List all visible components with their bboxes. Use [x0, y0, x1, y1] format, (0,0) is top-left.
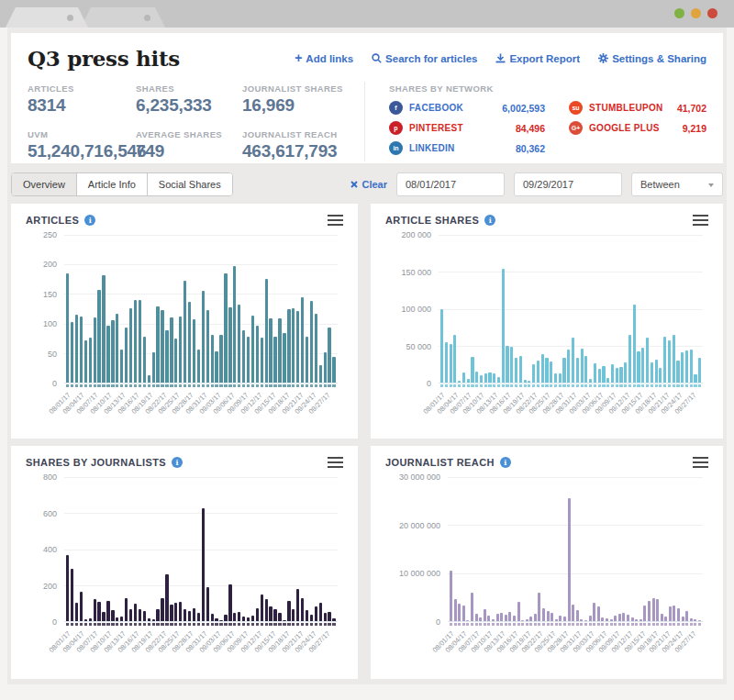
- bar: [466, 620, 469, 621]
- bar: [66, 273, 69, 383]
- bar: [197, 613, 200, 621]
- journalist-reach-chart-panel: JOURNALIST REACH 30 000 00020 000 00010 …: [371, 446, 723, 679]
- date-from-input[interactable]: [396, 172, 505, 196]
- bar: [554, 373, 557, 383]
- bar: [228, 307, 231, 383]
- info-icon[interactable]: [172, 457, 183, 468]
- bar: [624, 362, 627, 383]
- bar: [211, 335, 214, 383]
- bar: [458, 604, 461, 621]
- bar: [598, 369, 601, 383]
- date-to-input[interactable]: [514, 172, 622, 196]
- bar: [102, 612, 105, 621]
- chart-title: JOURNALIST REACH: [385, 457, 495, 468]
- bar: [165, 574, 168, 621]
- close-icon: [350, 179, 358, 190]
- plot-area: [439, 235, 703, 383]
- bar: [652, 598, 655, 621]
- chart-menu-icon[interactable]: [693, 215, 708, 217]
- y-tick-label: 100 000: [401, 305, 431, 314]
- bar: [562, 358, 565, 383]
- bar: [690, 350, 693, 383]
- range-mode-select[interactable]: Between: [631, 172, 723, 196]
- bar: [206, 587, 209, 621]
- bar: [547, 611, 550, 622]
- tab-overview[interactable]: Overview: [12, 173, 77, 195]
- bar: [66, 555, 69, 621]
- y-axis: 200 000150 000100 00050 0000: [385, 235, 431, 383]
- bar: [324, 613, 327, 621]
- chart-menu-icon[interactable]: [693, 457, 708, 460]
- bar: [179, 602, 182, 621]
- bar: [106, 326, 109, 383]
- article-shares-chart-panel: ARTICLE SHARES 200 000150 000100 00050 0…: [371, 204, 723, 439]
- bar: [545, 358, 548, 383]
- info-icon[interactable]: [84, 215, 95, 226]
- bar: [698, 358, 701, 383]
- plus-icon: [295, 53, 302, 64]
- bar: [521, 620, 524, 621]
- bar: [238, 305, 240, 383]
- bar: [471, 593, 473, 621]
- export-report-button[interactable]: Export Report: [495, 53, 580, 64]
- bar: [664, 617, 667, 621]
- bar: [71, 569, 73, 621]
- y-tick-label: 0: [52, 379, 57, 388]
- journalist-reach-bar-chart: 30 000 00020 000 00010 000 0000 08/01/17…: [385, 477, 708, 666]
- bar: [219, 335, 222, 383]
- bar: [622, 613, 625, 621]
- y-tick-label: 50: [48, 350, 57, 359]
- bar: [97, 290, 100, 383]
- bar: [242, 617, 245, 621]
- bar: [542, 608, 545, 621]
- add-links-button[interactable]: Add links: [295, 53, 353, 64]
- bar: [656, 599, 659, 621]
- bar: [111, 610, 114, 621]
- y-tick-label: 0: [436, 617, 440, 627]
- minimize-light[interactable]: [674, 8, 684, 18]
- bar: [106, 601, 109, 621]
- bar: [310, 301, 313, 383]
- browser-tab[interactable]: [6, 7, 88, 28]
- network-row-googleplus: G+ GOOGLE PLUS 9,219: [569, 121, 706, 135]
- bar: [576, 610, 579, 621]
- browser-tab[interactable]: [81, 7, 165, 28]
- tab-article-info[interactable]: Article Info: [77, 173, 148, 195]
- info-icon[interactable]: [484, 215, 495, 226]
- bar: [228, 584, 231, 621]
- bar: [134, 300, 137, 383]
- chart-menu-icon[interactable]: [328, 215, 343, 217]
- bar: [296, 589, 299, 621]
- bar: [453, 335, 456, 383]
- info-icon[interactable]: [500, 457, 511, 468]
- settings-sharing-button[interactable]: Settings & Sharing: [598, 53, 706, 64]
- toolbar: Overview Article Info Social Shares Clea…: [11, 172, 723, 196]
- bar: [559, 373, 562, 383]
- bar: [550, 613, 553, 621]
- bar: [84, 340, 87, 383]
- bar: [606, 378, 609, 383]
- bar: [184, 609, 186, 621]
- bar: [639, 619, 642, 621]
- bar: [580, 619, 583, 621]
- bar: [306, 337, 308, 383]
- bar: [559, 616, 562, 621]
- clear-filter-button[interactable]: Clear: [350, 179, 387, 190]
- tab-close-icon[interactable]: [144, 15, 150, 21]
- bar: [572, 338, 574, 383]
- bar: [506, 346, 508, 383]
- y-tick-label: 20 000 000: [399, 521, 440, 530]
- bar: [663, 337, 666, 383]
- bar: [148, 618, 150, 621]
- tab-social-shares[interactable]: Social Shares: [148, 173, 232, 195]
- search-articles-button[interactable]: Search for articles: [372, 53, 477, 64]
- bar: [694, 619, 696, 621]
- pinterest-icon: p: [389, 121, 403, 135]
- close-light[interactable]: [707, 8, 717, 18]
- maximize-light[interactable]: [691, 8, 701, 18]
- bar: [581, 349, 584, 383]
- chart-menu-icon[interactable]: [328, 457, 343, 460]
- bar: [614, 616, 617, 621]
- y-axis: 8006004002000: [26, 477, 57, 622]
- tab-close-icon[interactable]: [67, 15, 73, 21]
